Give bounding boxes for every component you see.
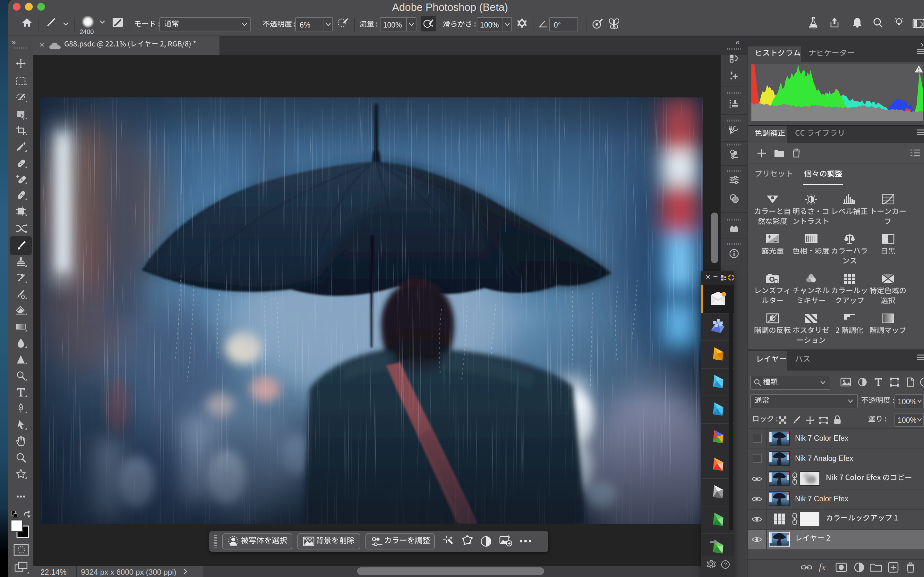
svg-text:?: ?	[724, 562, 727, 568]
